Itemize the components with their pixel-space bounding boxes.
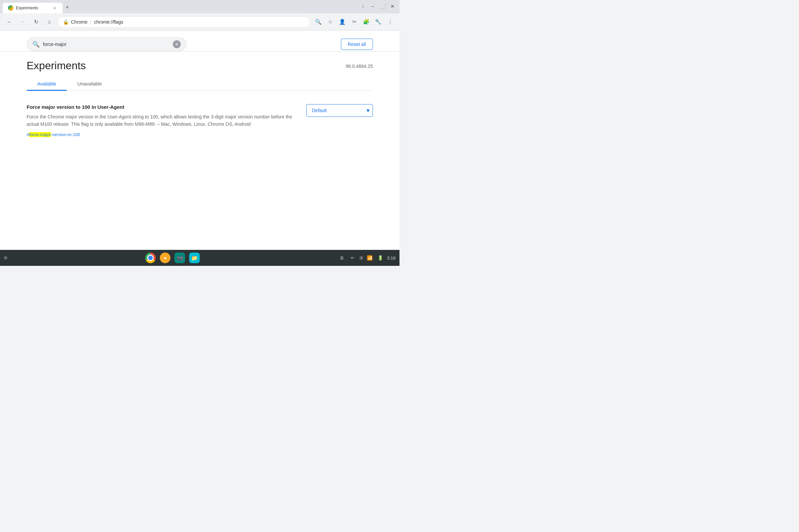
site-icon: 🔒: [63, 19, 68, 25]
tab-favicon: [8, 5, 13, 11]
yellow-app-icon: ●: [160, 252, 170, 263]
page-title: Experiments: [26, 60, 86, 72]
home-button[interactable]: ⌂: [44, 17, 55, 27]
taskbar-meet-app[interactable]: 📹: [173, 251, 186, 265]
url-text: chrome://flags: [94, 19, 123, 25]
flag-link-highlighted: force-major: [29, 132, 51, 137]
flag-item: Force major version to 100 in User-Agent…: [26, 99, 373, 143]
search-icon: 🔍: [32, 41, 40, 48]
search-input[interactable]: [43, 42, 169, 47]
search-toolbar-icon[interactable]: 🔍: [313, 17, 323, 27]
taskbar-right: 🖥 ✏ ③ 📶 🔋 3:18: [338, 254, 395, 262]
files-icon: 📁: [189, 252, 200, 263]
clear-search-button[interactable]: ✕: [173, 40, 181, 48]
experiments-header: Experiments 96.0.4664.25: [0, 52, 400, 72]
page-content: 🔍 ✕ Reset all Experiments 96.0.4664.25 A…: [0, 31, 400, 250]
battery-icon: 🔋: [376, 254, 385, 262]
tab-available[interactable]: Available: [26, 77, 67, 91]
flag-select[interactable]: Default Enabled Disabled: [306, 104, 373, 117]
screen-icon: 🖥: [338, 254, 346, 262]
reload-button[interactable]: ↻: [31, 17, 41, 27]
taskbar: ● 📹 📁 🖥 ✏ ③ 📶 🔋 3:18: [0, 250, 400, 266]
search-box: 🔍 ✕: [26, 37, 186, 51]
time-display: 3:18: [387, 255, 395, 261]
flag-anchor-link[interactable]: #force-major-version-to-100: [26, 132, 80, 137]
pen-icon: ✏: [349, 254, 356, 262]
address-bar[interactable]: 🔒 Chrome | chrome://flags: [57, 16, 310, 28]
taskbar-chrome-app[interactable]: [144, 251, 157, 265]
site-label: Chrome: [71, 19, 88, 25]
extension-icon2[interactable]: 🧩: [361, 17, 372, 27]
flag-link-rest: -version-to-100: [51, 132, 80, 137]
battery-number: ③: [359, 255, 363, 261]
tab-title: Experiments: [16, 6, 49, 10]
toolbar-icons: 🔍 ☆ 👤 ✂ 🧩 🔧 ⋮: [313, 17, 395, 27]
window-controls: ⬇ − ⬜ ✕: [359, 2, 397, 11]
back-button[interactable]: ←: [4, 17, 15, 27]
menu-button[interactable]: ⋮: [385, 17, 395, 27]
chrome-icon: [145, 252, 156, 263]
flag-description: Force the Chrome major version in the Us…: [26, 113, 296, 128]
bookmark-icon[interactable]: ☆: [325, 17, 336, 27]
address-separator: |: [90, 19, 92, 25]
taskbar-left: [4, 256, 7, 260]
tab-unavailable[interactable]: Unavailable: [67, 77, 113, 91]
taskbar-center: ● 📹 📁: [144, 251, 201, 265]
browser-toolbar: ← → ↻ ⌂ 🔒 Chrome | chrome://flags 🔍 ☆ 👤 …: [0, 13, 400, 31]
title-bar: Experiments ✕ + ⬇ − ⬜ ✕: [0, 0, 400, 13]
maximize-button[interactable]: ⬜: [378, 2, 387, 11]
close-button[interactable]: ✕: [388, 2, 397, 11]
tab-close-button[interactable]: ✕: [52, 5, 57, 11]
taskbar-files-app[interactable]: 📁: [188, 251, 201, 265]
minimize-button[interactable]: −: [368, 2, 377, 11]
browser-tab[interactable]: Experiments ✕: [3, 3, 62, 13]
extension-icon1[interactable]: ✂: [349, 17, 359, 27]
taskbar-dot: [4, 256, 7, 260]
taskbar-yellow-app[interactable]: ●: [159, 251, 172, 265]
forward-button[interactable]: →: [17, 17, 28, 27]
flags-content: Force major version to 100 in User-Agent…: [0, 91, 400, 151]
wifi-icon: 📶: [366, 254, 374, 262]
reset-all-button[interactable]: Reset all: [341, 39, 373, 50]
tabs: Available Unavailable: [26, 77, 373, 91]
download-icon: ⬇: [359, 2, 367, 10]
extension-icon3[interactable]: 🔧: [373, 17, 384, 27]
flag-title: Force major version to 100 in User-Agent: [26, 104, 296, 110]
tabs-container: Available Unavailable: [0, 77, 400, 91]
meet-icon: 📹: [174, 252, 185, 263]
version-text: 96.0.4664.25: [346, 63, 373, 69]
flag-dropdown[interactable]: Default Enabled Disabled ▾: [306, 104, 373, 117]
account-icon[interactable]: 👤: [337, 17, 348, 27]
new-tab-button[interactable]: +: [62, 3, 72, 12]
search-area: 🔍 ✕ Reset all: [0, 31, 400, 52]
flag-info: Force major version to 100 in User-Agent…: [26, 104, 296, 137]
